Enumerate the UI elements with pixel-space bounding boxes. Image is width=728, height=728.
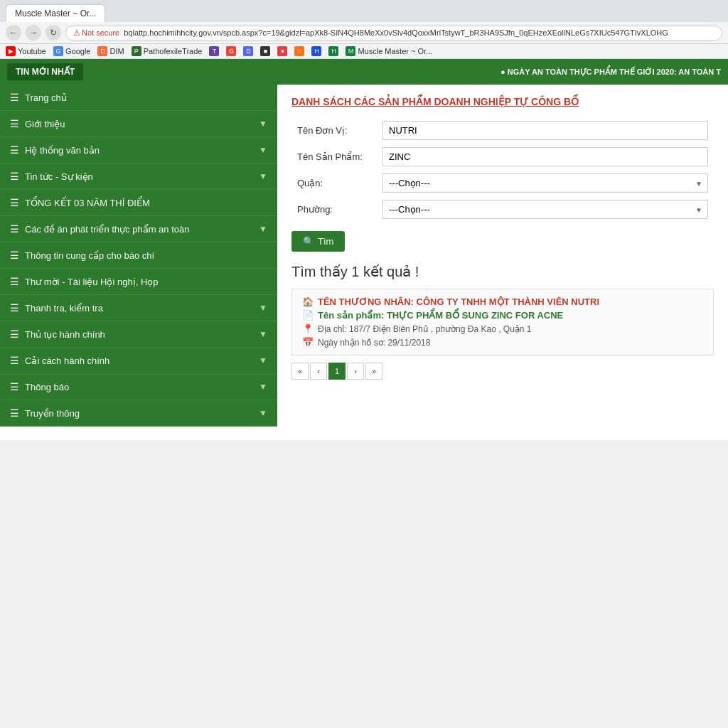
bookmark-twitch[interactable]: T — [209, 46, 219, 56]
bookmark-pathofexile[interactable]: P PathofexileTrade — [132, 46, 203, 56]
bookmark-g[interactable]: G — [226, 46, 236, 56]
search-button[interactable]: 🔍 Tìm — [291, 231, 345, 252]
top-bar: TIN MỚI NHẤT ● NGÀY AN TOÀN THỰC PHẨM TH… — [0, 59, 728, 85]
sidebar-item-thong-tin[interactable]: ☰ Thông tin cung cấp cho báo chí — [0, 242, 277, 269]
bookmark-dim[interactable]: D DIM — [97, 46, 124, 56]
bookmark-discord[interactable]: D — [243, 46, 253, 56]
sidebar-item-thu-moi[interactable]: ☰ Thư mời - Tài liệu Hội nghị, Họp — [0, 269, 277, 295]
calendar-icon: 📅 — [302, 337, 314, 348]
gioi-thieu-arrow: ▼ — [259, 119, 267, 129]
pagination-prev[interactable]: ‹ — [310, 363, 327, 380]
sidebar-item-he-thong[interactable]: ☰ Hệ thống văn bản ▼ — [0, 137, 277, 164]
bookmark-dim-label: DIM — [109, 47, 124, 55]
main-content: ☰ Trang chủ ☰ Giới thiệu ▼ ☰ Hệ thống vă… — [0, 85, 728, 440]
ten-san-pham-input[interactable] — [382, 147, 708, 166]
sidebar-item-thu-tuc[interactable]: ☰ Thủ tục hành chính ▼ — [0, 321, 277, 348]
search-icon: 🔍 — [303, 236, 314, 247]
pagination: « ‹ 1 › » — [291, 363, 714, 380]
quan-select[interactable]: ---Chọn--- — [382, 173, 708, 193]
active-tab[interactable]: Muscle Master ~ Or... — [6, 4, 105, 22]
discord-icon: D — [243, 46, 253, 56]
not-secure-text: Not secure — [82, 28, 119, 37]
youtube-icon: ▶ — [6, 46, 16, 56]
sidebar-cai-cach-label: Cải cách hành chính — [25, 355, 109, 366]
address-bar[interactable]: ⚠ Not secure bqlattp.hochimihhcity.gov.v… — [65, 26, 722, 41]
bookmark-google-label: Google — [65, 47, 90, 55]
phuong-select-wrapper: ---Chọn--- — [382, 200, 708, 219]
warning-icon: ⚠ — [73, 28, 80, 38]
bookmark-red1[interactable]: ● — [277, 46, 287, 56]
sidebar-item-de-an[interactable]: ☰ Các đề án phát triển thực phẩm an toàn… — [0, 216, 277, 242]
browser-toolbar: ← → ↻ ⚠ Not secure bqlattp.hochimihhcity… — [0, 22, 728, 44]
thanh-tra-icon: ☰ — [10, 302, 19, 314]
bookmark-hblue[interactable]: H — [311, 46, 321, 56]
forward-button[interactable]: → — [26, 25, 41, 41]
result-address: 📍 Địa chỉ: 187/7 Điện Biên Phủ , phường … — [302, 323, 703, 334]
ten-don-vi-input[interactable] — [382, 121, 708, 140]
sidebar-item-tin-tuc[interactable]: ☰ Tin tức - Sự kiện ▼ — [0, 164, 277, 190]
sidebar: ☰ Trang chủ ☰ Giới thiệu ▼ ☰ Hệ thống vă… — [0, 85, 277, 440]
phuong-select[interactable]: ---Chọn--- — [382, 200, 708, 219]
sidebar-tin-tuc-label: Tin tức - Sự kiện — [25, 171, 93, 182]
trang-chu-icon: ☰ — [10, 92, 19, 103]
browser-tabs: Muscle Master ~ Or... — [6, 4, 722, 22]
result-date-text: Ngày nhận hồ sơ: 29/11/2018 — [318, 338, 430, 348]
truyen-thong-arrow: ▼ — [259, 408, 267, 418]
search-button-label: Tìm — [318, 236, 333, 247]
result-product: 📄 Tên sản phẩm: THỰC PHẨM BỔ SUNG ZINC F… — [302, 310, 703, 321]
ten-san-pham-label: Tên Sản Phẩm: — [291, 144, 377, 170]
result-card: 🏠 TÊN THƯƠNG NHÂN: CÔNG TY TNHH MỘT THÀN… — [291, 289, 714, 355]
bookmark-orange1[interactable]: ○ — [294, 46, 304, 56]
thong-tin-icon: ☰ — [10, 250, 19, 261]
sidebar-item-tong-ket[interactable]: ☰ TỔNG KẾT 03 NĂM THÍ ĐIỂM — [0, 190, 277, 216]
sidebar-thu-tuc-label: Thủ tục hành chính — [25, 329, 105, 340]
sidebar-thanh-tra-label: Thanh tra, kiểm tra — [25, 303, 103, 314]
cai-cach-arrow: ▼ — [259, 355, 267, 365]
bookmark-muscle[interactable]: M Muscle Master ~ Or... — [346, 46, 432, 56]
back-button[interactable]: ← — [6, 25, 21, 41]
sidebar-gioi-thieu-label: Giới thiệu — [25, 119, 65, 129]
bookmark-black1[interactable]: ■ — [260, 46, 270, 56]
sidebar-truyen-thong-label: Truyền thông — [25, 408, 80, 419]
orange1-icon: ○ — [294, 46, 304, 56]
g-icon: G — [226, 46, 236, 56]
pagination-last[interactable]: » — [365, 363, 382, 380]
quan-select-wrapper: ---Chọn--- — [382, 173, 708, 193]
pagination-current[interactable]: 1 — [328, 363, 346, 380]
thong-bao-arrow: ▼ — [259, 382, 267, 392]
sidebar-item-trang-chu[interactable]: ☰ Trang chủ — [0, 85, 277, 111]
reload-button[interactable]: ↻ — [46, 25, 61, 41]
google-icon: G — [53, 46, 63, 56]
result-company: 🏠 TÊN THƯƠNG NHÂN: CÔNG TY TNHH MỘT THÀN… — [302, 296, 703, 307]
bookmark-google[interactable]: G Google — [53, 46, 90, 56]
result-summary: Tìm thấy 1 kết quả ! — [291, 263, 714, 280]
sidebar-item-truyen-thong[interactable]: ☰ Truyền thông ▼ — [0, 400, 277, 427]
sidebar-trang-chu-label: Trang chủ — [25, 92, 67, 103]
pagination-next[interactable]: › — [347, 363, 364, 380]
sidebar-item-cai-cach[interactable]: ☰ Cải cách hành chính ▼ — [0, 348, 277, 374]
form-row-quan: Quận: ---Chọn--- — [291, 170, 714, 196]
pathofexile-icon: P — [132, 46, 141, 56]
bookmark-youtube-label: Youtube — [18, 47, 46, 55]
thanh-tra-arrow: ▼ — [259, 303, 267, 313]
thu-moi-icon: ☰ — [10, 276, 19, 287]
pin-icon: 📍 — [302, 323, 314, 334]
section-title: DANH SÁCH CÁC SẢN PHẨM DOANH NGHIỆP TỰ C… — [291, 96, 714, 107]
tin-tuc-icon: ☰ — [10, 171, 19, 182]
top-right-text: ● NGÀY AN TOÀN THỰC PHẨM THẾ GIỚI 2020: … — [500, 68, 721, 77]
url-text: bqlattp.hochimihhcity.gov.vn/spcb.aspx?c… — [124, 28, 668, 37]
sidebar-item-gioi-thieu[interactable]: ☰ Giới thiệu ▼ — [0, 111, 277, 137]
result-address-text: Địa chỉ: 187/7 Điện Biên Phủ , phường Đa… — [318, 324, 532, 334]
bookmark-muscle-label: Muscle Master ~ Or... — [358, 47, 432, 55]
tin-moi-nhat-label: TIN MỚI NHẤT — [7, 63, 83, 80]
bookmark-youtube[interactable]: ▶ Youtube — [6, 46, 46, 56]
cai-cach-icon: ☰ — [10, 355, 19, 366]
sidebar-item-thanh-tra[interactable]: ☰ Thanh tra, kiểm tra ▼ — [0, 295, 277, 321]
pagination-first[interactable]: « — [291, 363, 309, 380]
gioi-thieu-icon: ☰ — [10, 118, 19, 129]
sidebar-item-thong-bao[interactable]: ☰ Thông báo ▼ — [0, 374, 277, 400]
black1-icon: ■ — [260, 46, 270, 56]
he-thong-icon: ☰ — [10, 144, 19, 156]
security-indicator: ⚠ Not secure — [73, 28, 119, 38]
bookmark-hgreen1[interactable]: H — [328, 46, 338, 56]
